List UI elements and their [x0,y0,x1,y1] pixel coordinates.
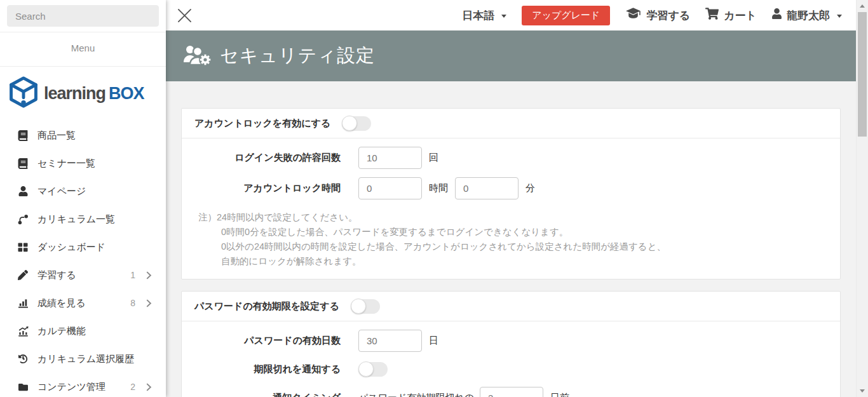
sidebar-item-label: 成績を見る [37,297,130,309]
notify-toggle[interactable] [358,362,388,377]
sidebar-item-grades[interactable]: 成績を見る 8 [0,289,166,317]
note-line: 自動的にロックが解除されます。 [198,254,827,269]
timing-input[interactable] [480,387,543,397]
lock-hours-unit: 時間 [429,182,448,194]
user-icon [17,186,29,196]
sidebar-item-label: ダッシュボード [37,241,152,253]
learn-label: 学習する [646,8,690,23]
learn-link[interactable]: 学習する [625,7,690,24]
cart-icon [705,8,719,23]
sidebar-item-content-management[interactable]: コンテンツ管理 2 [0,373,166,397]
sidebar-item-seminars[interactable]: セミナー一覧 [0,149,166,177]
password-expiry-card-body: パスワードの有効日数 日 期限切れを通知する 通知タイミング パスワード有効期限… [182,330,840,397]
sidebar-item-label: カリキュラム一覧 [37,213,152,225]
login-fail-input[interactable] [358,147,422,169]
sidebar-item-products[interactable]: 商品一覧 [0,121,166,149]
notify-row: 期限切れを通知する [194,362,827,377]
toggle-knob [351,299,366,314]
sidebar-item-label: 商品一覧 [37,130,152,142]
valid-days-label: パスワードの有効日数 [194,335,341,347]
folder-icon [17,382,29,392]
user-icon [772,8,782,22]
chevron-right-icon [146,299,152,307]
login-fail-row: ログイン失敗の許容回数 回 [194,147,827,169]
sidebar-item-label: マイページ [37,185,152,198]
login-fail-label: ログイン失敗の許容回数 [194,152,341,164]
scrollbar-thumb[interactable] [858,12,867,137]
history-icon [17,354,29,364]
content: アカウントロックを有効にする ログイン失敗の許容回数 回 アカウントロック時間 … [166,81,856,397]
learningbox-logo[interactable]: learningBOX [0,67,166,119]
book-icon [17,158,29,169]
account-lock-toggle[interactable] [342,116,371,131]
bar-chart-icon [17,298,29,309]
lock-minutes-input[interactable] [455,177,519,199]
password-expiry-toggle-label: パスワードの有効期限を設定する [194,300,339,313]
toggle-knob [358,361,374,377]
language-menu[interactable]: 日本語 [462,8,506,23]
password-expiry-card: パスワードの有効期限を設定する パスワードの有効日数 日 期限切れを通知する 通… [181,291,841,397]
sidebar-item-mypage[interactable]: マイページ [0,177,166,205]
user-name: 龍野太郎 [787,8,830,23]
caret-down-icon [501,15,506,18]
timing-unit: 日前 [550,392,569,397]
sidebar-item-label: コンテンツ管理 [37,381,130,393]
sidebar-item-learn[interactable]: 学習する 1 [0,261,166,289]
topbar: 日本語 アップグレード 学習する [166,0,856,30]
note-line: 0以外の24時間以内の時間を設定した場合、アカウントがロックされてから設定された… [198,239,827,254]
password-expiry-card-header: パスワードの有効期限を設定する [182,292,840,321]
account-lock-card-body: ログイン失敗の許容回数 回 アカウントロック時間 時間 分 注）24時間以内で設… [182,147,840,279]
lock-minutes-unit: 分 [526,182,535,194]
valid-days-row: パスワードの有効日数 日 [194,330,827,352]
note-line: 注）24時間以内で設定してください。 [198,210,827,225]
page-header: セキュリティ設定 [166,30,856,81]
sidebar-item-curriculum-list[interactable]: カリキュラム一覧 [0,205,166,233]
cart-link[interactable]: カート [705,8,757,23]
logo-cube-icon [9,76,38,111]
language-label: 日本語 [462,8,494,23]
curriculum-branch-icon [17,214,29,225]
timing-prefix: パスワード有効期限切れの [358,392,474,397]
cart-label: カート [724,8,757,23]
timing-row: 通知タイミング パスワード有効期限切れの 日前 [194,387,827,397]
search-input[interactable] [7,5,159,27]
triangle-down-icon [860,389,865,393]
app-window: Menu learningBOX 商品一覧 [0,0,868,397]
scroll-up-arrow[interactable] [857,1,868,11]
sidebar-item-count: 2 [130,382,135,392]
lock-time-label: アカウントロック時間 [194,182,341,194]
vertical-scrollbar[interactable] [856,0,868,397]
timing-label: 通知タイミング [194,392,341,397]
chevron-right-icon [146,383,152,391]
lock-time-row: アカウントロック時間 時間 分 [194,177,827,199]
sidebar-item-dashboard[interactable]: ダッシュボード [0,233,166,261]
menu-heading: Menu [0,32,166,67]
scroll-down-arrow[interactable] [857,386,868,396]
sidebar: Menu learningBOX 商品一覧 [0,0,166,397]
account-lock-card-header: アカウントロックを有効にする [182,109,840,138]
lock-hours-input[interactable] [358,177,422,199]
caret-down-icon [837,15,842,18]
logo-text: learningBOX [44,84,144,104]
valid-days-input[interactable] [358,330,422,352]
sidebar-search-wrap [0,0,166,32]
dashboard-grid-icon [17,242,29,252]
account-lock-card: アカウントロックを有効にする ログイン失敗の許容回数 回 アカウントロック時間 … [181,108,841,279]
user-menu[interactable]: 龍野太郎 [772,8,842,23]
sidebar-nav: 商品一覧 セミナー一覧 マイページ [0,119,166,397]
close-icon[interactable] [173,4,195,26]
note-line: 0時間0分を設定した場合、パスワードを変更するまでログインできなくなります。 [198,225,827,239]
account-lock-toggle-label: アカウントロックを有効にする [194,118,330,130]
graduation-cap-icon [625,7,641,24]
upgrade-button[interactable]: アップグレード [522,6,610,25]
page-title: セキュリティ設定 [220,43,375,69]
valid-days-unit: 日 [429,335,438,347]
sidebar-item-curriculum-history[interactable]: カリキュラム選択履歴 [0,345,166,373]
account-lock-note: 注）24時間以内で設定してください。 0時間0分を設定した場合、パスワードを変更… [198,210,827,269]
topbar-right: 日本語 アップグレード 学習する [462,6,842,25]
sidebar-item-karte[interactable]: カルテ機能 [0,317,166,345]
analytics-icon [17,326,29,337]
sidebar-item-label: カリキュラム選択履歴 [37,353,152,365]
password-expiry-toggle[interactable] [351,299,380,314]
sidebar-item-label: セミナー一覧 [37,158,152,170]
